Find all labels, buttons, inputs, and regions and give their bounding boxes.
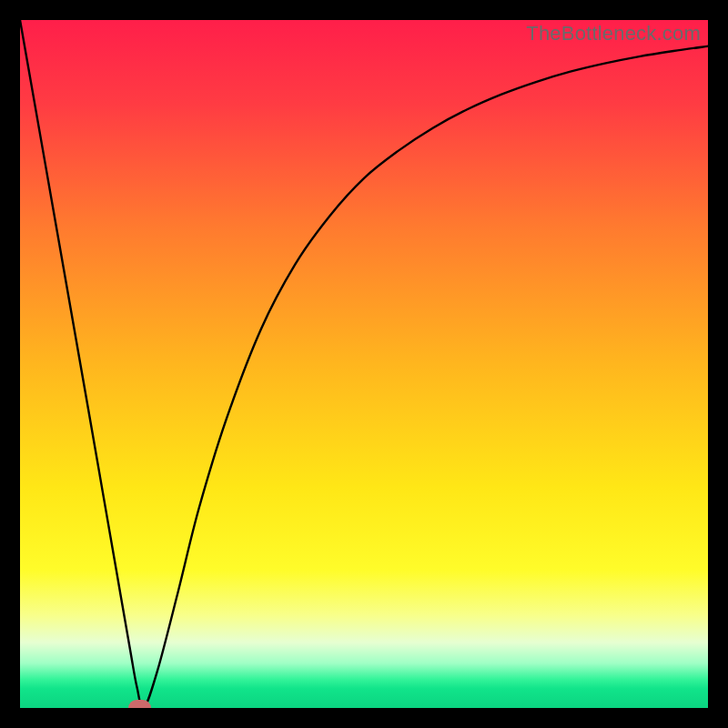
watermark-text: TheBottleneck.com (526, 22, 701, 46)
bottom-border (0, 708, 728, 728)
left-border (0, 0, 20, 728)
chart-frame: TheBottleneck.com (20, 20, 708, 708)
chart-svg (20, 20, 708, 708)
